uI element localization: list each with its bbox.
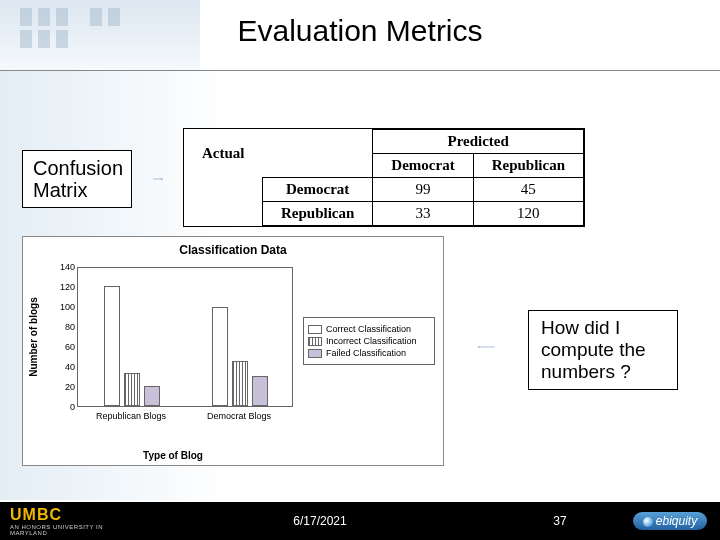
- bar: [144, 386, 160, 406]
- y-tick: 40: [51, 362, 75, 372]
- chart-title: Classification Data: [23, 237, 443, 259]
- legend-item: Correct Classification: [308, 324, 430, 334]
- classification-chart: Classification Data Number of blogs 0204…: [22, 236, 444, 466]
- cell-dr: 45: [473, 178, 583, 202]
- y-tick: 20: [51, 382, 75, 392]
- cell-rd: 33: [373, 202, 473, 226]
- bar: [212, 307, 228, 406]
- arrow-left-icon: [444, 346, 528, 348]
- bar: [104, 286, 120, 406]
- svg-marker-3: [478, 346, 480, 348]
- cell-dd: 99: [373, 178, 473, 202]
- x-category: Democrat Blogs: [185, 411, 293, 421]
- bar: [232, 361, 248, 406]
- actual-header: Actual: [184, 130, 263, 178]
- predicted-header: Predicted: [373, 130, 584, 154]
- arrow-right-icon: [133, 178, 183, 180]
- y-tick: 120: [51, 282, 75, 292]
- col-democrat: Democrat: [373, 154, 473, 178]
- svg-marker-1: [161, 178, 163, 180]
- x-category: Republican Blogs: [77, 411, 185, 421]
- question-box: How did I compute the numbers ?: [528, 310, 678, 390]
- y-tick: 80: [51, 322, 75, 332]
- x-axis-label: Type of Blog: [23, 450, 323, 461]
- y-tick: 140: [51, 262, 75, 272]
- row-republican: Republican: [263, 202, 373, 226]
- confusion-matrix-table: Actual Predicted Democrat Republican Dem…: [183, 128, 585, 227]
- row-democrat: Democrat: [263, 178, 373, 202]
- footer: UMBC AN HONORS UNIVERSITY IN MARYLAND 6/…: [0, 502, 720, 540]
- chart-legend: Correct ClassificationIncorrect Classifi…: [303, 317, 435, 365]
- y-tick: 0: [51, 402, 75, 412]
- ebiquity-logo: ebiquity: [620, 512, 720, 530]
- y-tick: 100: [51, 302, 75, 312]
- bar: [124, 373, 140, 406]
- y-tick: 60: [51, 342, 75, 352]
- umbc-logo: UMBC AN HONORS UNIVERSITY IN MARYLAND: [0, 506, 140, 536]
- slide-title: Evaluation Metrics: [0, 0, 720, 48]
- col-republican: Republican: [473, 154, 583, 178]
- legend-item: Incorrect Classification: [308, 336, 430, 346]
- bar: [252, 376, 268, 406]
- legend-item: Failed Classification: [308, 348, 430, 358]
- confusion-matrix-label: Confusion Matrix: [22, 150, 132, 208]
- cell-rr: 120: [473, 202, 583, 226]
- plot-area: [77, 267, 293, 407]
- footer-date: 6/17/2021: [140, 514, 500, 528]
- divider: [0, 70, 720, 71]
- y-axis-label: Number of blogs: [28, 297, 39, 376]
- footer-page: 37: [500, 514, 620, 528]
